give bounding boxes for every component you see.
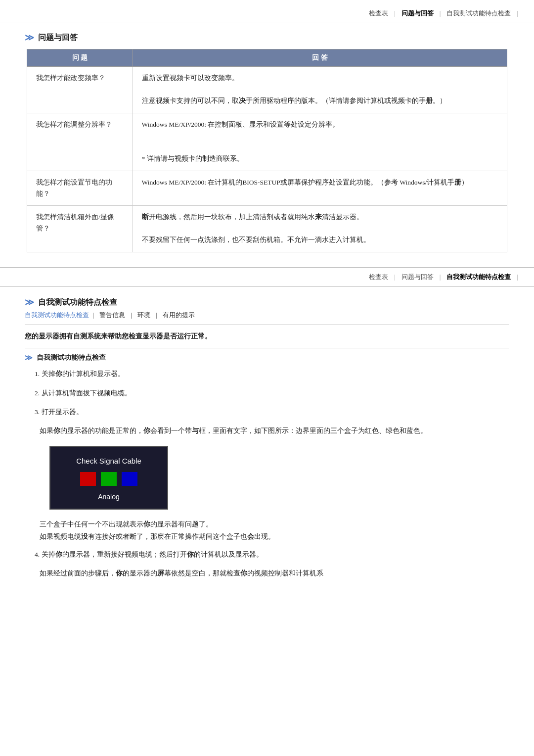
step-1: 1. 关掉你的计算机和显示器。 — [35, 368, 509, 380]
selftest-section-header: ≫ 自我测试功能特点检查 — [25, 297, 534, 308]
step-4: 4. 关掉你的显示器，重新接好视频电缆；然后打开你的计算机以及显示器。 — [35, 549, 509, 561]
after-box-text: 三个盒子中任何一个不出现就表示你的显示器有问题了。 如果视频电缆没有连接好或者断… — [40, 519, 509, 543]
step-2: 2. 从计算机背面拔下视频电缆。 — [35, 387, 509, 399]
qa-a2: Windows ME/XP/2000: 在控制面板、显示和设置等处设定分辨率。 … — [133, 113, 507, 171]
mid-nav-sep-2: | — [439, 273, 442, 281]
qa-row-1: 我怎样才能改变频率？ 重新设置视频卡可以改变频率。 注意视频卡支持的可以不同，取… — [27, 67, 507, 113]
subsection-title: ≫ 自我测试功能特点检查 — [25, 353, 509, 362]
step-4-note: 如果经过前面的步骤后，你的显示器的屏幕依然是空白，那就检查你的视频控制器和计算机… — [40, 567, 509, 579]
selftest-section-title: 自我测试功能特点检查 — [38, 297, 117, 308]
mid-nav-sep-1: | — [393, 273, 397, 281]
color-box-red — [80, 472, 96, 486]
qa-q3: 我怎样才能设置节电的功能？ — [27, 171, 133, 206]
after-box-line2: 如果视频电缆没有连接好或者断了，那麽在正常操作期间这个盒子也会出现。 — [40, 533, 275, 540]
sub-nav-selftest[interactable]: 自我测试功能特点检查 — [25, 311, 89, 319]
signal-box-analog: Analog — [70, 493, 147, 501]
step-3-note: 如果你的显示器的功能是正常的，你会看到一个带与框，里面有文字，如下图所示：边界里… — [40, 425, 509, 437]
mid-nav-sep-3: | — [516, 273, 519, 281]
qa-q1: 我怎样才能改变频率？ — [27, 67, 133, 113]
top-nav-item-qa[interactable]: 问题与回答 — [397, 9, 439, 18]
qa-arrow-icon: ≫ — [25, 32, 34, 43]
qa-col-question: 问 题 — [27, 49, 133, 67]
qa-a1: 重新设置视频卡可以改变频率。 注意视频卡支持的可以不同，取决于所用驱动程序的版本… — [133, 67, 507, 113]
qa-row-2: 我怎样才能调整分辨率？ Windows ME/XP/2000: 在控制面板、显示… — [27, 113, 507, 171]
color-boxes — [70, 472, 147, 486]
signal-box-wrapper: Check Signal Cable Analog — [49, 446, 509, 510]
mid-nav-item-qa[interactable]: 问题与回答 — [397, 273, 439, 282]
step-3: 3. 打开显示器。 — [35, 406, 509, 418]
color-box-blue — [122, 472, 137, 486]
qa-row-3: 我怎样才能设置节电的功能？ Windows ME/XP/2000: 在计算机的B… — [27, 171, 507, 206]
qa-section-title: 问题与回答 — [38, 33, 78, 43]
qa-col-answer: 回 答 — [133, 49, 507, 67]
selftest-arrow-icon: ≫ — [25, 297, 34, 308]
qa-row-4: 我怎样清洁机箱外面/显像管？ 断开电源线，然后用一块软布，加上清洁剂或者就用纯水… — [27, 206, 507, 252]
signal-box: Check Signal Cable Analog — [49, 446, 168, 510]
top-navigation: 检查表 | 问题与回答 | 自我测试功能特点检查 | — [0, 0, 534, 22]
mid-navigation: 检查表 | 问题与回答 | 自我测试功能特点检查 | — [0, 267, 534, 287]
steps-list: 1. 关掉你的计算机和显示器。 2. 从计算机背面拔下视频电缆。 3. 打开显示… — [35, 368, 509, 418]
selftest-subsection: ≫ 自我测试功能特点检查 1. 关掉你的计算机和显示器。 2. 从计算机背面拔下… — [25, 348, 509, 579]
qa-a4: 断开电源线，然后用一块软布，加上清洁剂或者就用纯水来清洁显示器。 不要残留下任何… — [133, 206, 507, 252]
sub-nav-env[interactable]: 环境 — [137, 311, 152, 319]
qa-table: 问 题 回 答 我怎样才能改变频率？ 重新设置视频卡可以改变频率。 注意视频卡支… — [27, 49, 507, 252]
qa-q4: 我怎样清洁机箱外面/显像管？ — [27, 206, 133, 252]
qa-a3: Windows ME/XP/2000: 在计算机的BIOS-SETUP或屏幕保护… — [133, 171, 507, 206]
signal-box-title: Check Signal Cable — [70, 457, 147, 465]
sub-nav-sep-1: | — [92, 311, 94, 319]
subsection-arrow-icon: ≫ — [25, 353, 33, 362]
selftest-sub-nav: 自我测试功能特点检查 | 警告信息 | 环境 | 有用的提示 — [25, 311, 509, 320]
mid-nav-item-selftest[interactable]: 自我测试功能特点检查 — [442, 273, 516, 282]
sub-nav-warning[interactable]: 警告信息 — [99, 311, 127, 319]
sub-nav-sep-2: | — [131, 311, 132, 319]
step-4-wrapper: 4. 关掉你的显示器，重新接好视频电缆；然后打开你的计算机以及显示器。 — [35, 549, 509, 561]
top-nav-sep-3: | — [516, 9, 519, 17]
top-nav-sep-2: | — [439, 9, 442, 17]
sub-nav-tips[interactable]: 有用的提示 — [163, 311, 195, 319]
qa-section-header: ≫ 问题与回答 — [25, 32, 534, 43]
mid-nav-item-checklist[interactable]: 检查表 — [364, 273, 393, 282]
top-nav-sep-1: | — [393, 9, 397, 17]
after-box-line1: 三个盒子中任何一个不出现就表示你的显示器有问题了。 — [40, 520, 213, 528]
top-nav-item-checklist[interactable]: 检查表 — [364, 9, 393, 18]
top-nav-item-selftest[interactable]: 自我测试功能特点检查 — [442, 9, 516, 18]
qa-q2: 我怎样才能调整分辨率？ — [27, 113, 133, 171]
color-box-green — [101, 472, 117, 486]
divider-1 — [25, 325, 509, 325]
sub-nav-sep-3: | — [156, 311, 157, 319]
subsection-label: 自我测试功能特点检查 — [37, 353, 106, 362]
selftest-desc: 您的显示器拥有自测系统来帮助您检查显示器是否运行正常。 — [25, 332, 509, 341]
